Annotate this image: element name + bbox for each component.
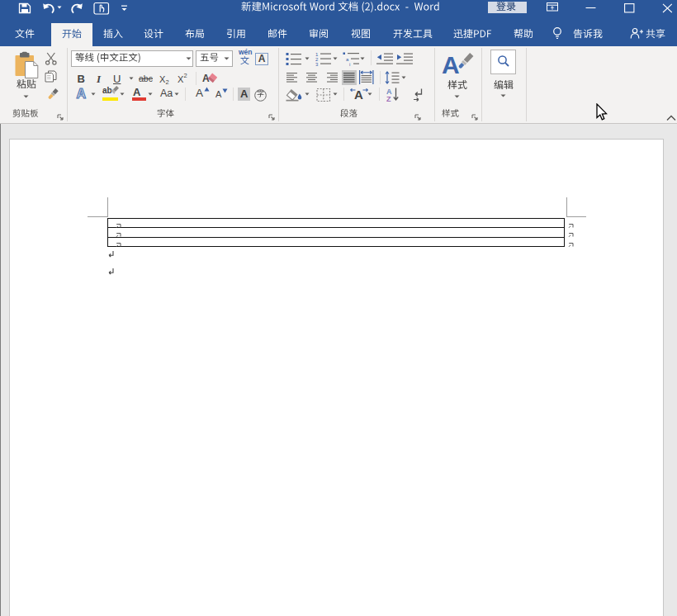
svg-text:A: A bbox=[354, 88, 363, 102]
svg-text:3: 3 bbox=[315, 62, 319, 67]
svg-text:A: A bbox=[442, 51, 460, 78]
svg-text:i: i bbox=[349, 62, 350, 67]
svg-text:Z: Z bbox=[386, 95, 391, 103]
